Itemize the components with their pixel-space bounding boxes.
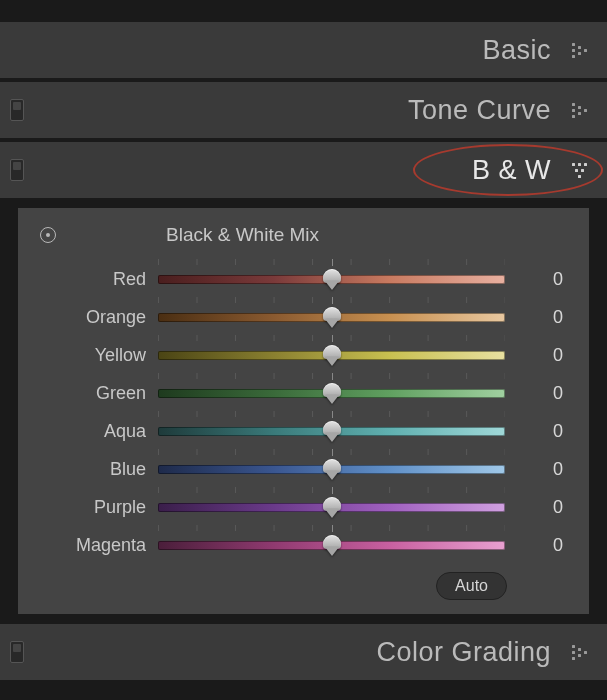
slider-center-tick <box>332 335 333 342</box>
slider-value[interactable]: 0 <box>505 459 567 480</box>
slider-center-tick <box>332 449 333 456</box>
disclosure-collapsed-icon[interactable] <box>569 642 589 662</box>
panel-bw-title: B & W <box>472 155 551 186</box>
slider-label: Magenta <box>40 535 158 556</box>
panel-basic-header[interactable]: Basic <box>0 20 607 80</box>
panel-switch-icon[interactable] <box>10 641 24 663</box>
slider-row-magenta: Magenta0 <box>40 526 567 564</box>
slider-purple[interactable] <box>158 495 505 519</box>
slider-value[interactable]: 0 <box>505 345 567 366</box>
slider-label: Green <box>40 383 158 404</box>
slider-row-orange: Orange0 <box>40 298 567 336</box>
slider-value[interactable]: 0 <box>505 307 567 328</box>
panel-color-grading-title: Color Grading <box>376 637 551 668</box>
slider-value[interactable]: 0 <box>505 535 567 556</box>
slider-row-red: Red0 <box>40 260 567 298</box>
slider-label: Purple <box>40 497 158 518</box>
disclosure-collapsed-icon[interactable] <box>569 100 589 120</box>
slider-row-green: Green0 <box>40 374 567 412</box>
slider-green[interactable] <box>158 381 505 405</box>
slider-yellow[interactable] <box>158 343 505 367</box>
target-adjustment-icon[interactable] <box>40 227 56 243</box>
panel-switch-icon[interactable] <box>10 159 24 181</box>
panel-bw-body: Black & White Mix Red0Orange0Yellow0Gree… <box>18 208 589 614</box>
panel-bw-header[interactable]: B & W <box>0 140 607 200</box>
slider-aqua[interactable] <box>158 419 505 443</box>
slider-red[interactable] <box>158 267 505 291</box>
slider-blue[interactable] <box>158 457 505 481</box>
slider-label: Red <box>40 269 158 290</box>
slider-row-aqua: Aqua0 <box>40 412 567 450</box>
slider-orange[interactable] <box>158 305 505 329</box>
slider-value[interactable]: 0 <box>505 421 567 442</box>
disclosure-expanded-icon[interactable] <box>569 160 589 180</box>
slider-value[interactable]: 0 <box>505 269 567 290</box>
panel-tone-curve-title: Tone Curve <box>408 95 551 126</box>
panel-basic-title: Basic <box>482 35 551 66</box>
slider-center-tick <box>332 259 333 266</box>
slider-row-blue: Blue0 <box>40 450 567 488</box>
slider-center-tick <box>332 411 333 418</box>
slider-label: Aqua <box>40 421 158 442</box>
panel-color-grading-header[interactable]: Color Grading <box>0 622 607 682</box>
bw-mix-title: Black & White Mix <box>56 224 567 246</box>
slider-center-tick <box>332 297 333 304</box>
panel-switch-icon[interactable] <box>10 99 24 121</box>
disclosure-collapsed-icon[interactable] <box>569 40 589 60</box>
slider-value[interactable]: 0 <box>505 497 567 518</box>
slider-center-tick <box>332 487 333 494</box>
slider-magenta[interactable] <box>158 533 505 557</box>
slider-row-purple: Purple0 <box>40 488 567 526</box>
slider-label: Blue <box>40 459 158 480</box>
slider-label: Yellow <box>40 345 158 366</box>
slider-center-tick <box>332 373 333 380</box>
slider-value[interactable]: 0 <box>505 383 567 404</box>
slider-center-tick <box>332 525 333 532</box>
auto-button[interactable]: Auto <box>436 572 507 600</box>
slider-row-yellow: Yellow0 <box>40 336 567 374</box>
panel-tone-curve-header[interactable]: Tone Curve <box>0 80 607 140</box>
slider-label: Orange <box>40 307 158 328</box>
